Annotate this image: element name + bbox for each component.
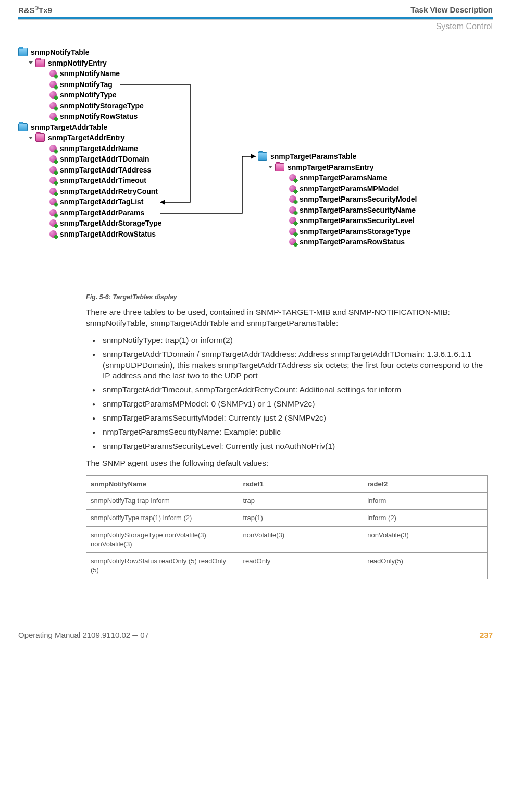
tree-label: snmpNotifyTable [31, 48, 90, 56]
tree-node-snmpTargetAddrRetryCount: snmpTargetAddrRetryCount [18, 186, 162, 197]
folder-pink-icon [35, 59, 45, 67]
tree-label: snmpTargetAddrRetryCount [60, 187, 158, 195]
tree-node-snmpTargetParamsSecurityModel: snmpTargetParamsSecurityModel [258, 194, 417, 205]
table-cell: readOnly(5) [363, 552, 488, 579]
tree-label: snmpTargetParamsEntry [288, 163, 373, 171]
folder-blue-icon [18, 123, 28, 131]
doc-subheader: System Control [18, 22, 493, 31]
table-cell: snmpNotifyTag trap inform [86, 493, 239, 510]
tree-node-snmpTargetParamsRowStatus: snmpTargetParamsRowStatus [258, 237, 417, 248]
folder-pink-icon [275, 163, 284, 171]
table-cell: snmpNotifyType trap(1) inform (2) [86, 510, 239, 527]
leaf-icon [49, 219, 57, 227]
leaf-icon [289, 228, 296, 235]
tree-label: snmpNotifyEntry [48, 59, 107, 67]
bullet-list: snmpNotifyType: trap(1) or inform(2)snmp… [86, 335, 488, 452]
leaf-icon [49, 145, 57, 152]
tree-label: snmpTargetAddrTAddress [60, 166, 151, 174]
tree-node-snmpTargetAddrTagList: snmpTargetAddrTagList [18, 196, 162, 207]
tree-label: snmpTargetAddrStorageType [60, 219, 162, 227]
bullet-item: snmpTargetAddrTimeout, snmpTargetAddrRet… [86, 385, 488, 396]
expander-icon [29, 61, 33, 64]
doc-header-left: R&S®Tx9 [18, 5, 52, 15]
table-row: snmpNotifyTag trap informtrapinform [86, 493, 488, 510]
leaf-icon [49, 81, 57, 88]
bullet-item: snmpNotifyType: trap(1) or inform(2) [86, 335, 488, 346]
tree-label: snmpNotifyRowStatus [60, 112, 138, 120]
table-cell: inform (2) [363, 510, 488, 527]
leaf-icon [49, 177, 57, 184]
tree-label: snmpTargetAddrTagList [60, 198, 144, 206]
tree-node-snmpTargetParamsStorageType: snmpTargetParamsStorageType [258, 226, 417, 237]
intro-paragraph: There are three tables to be used, conta… [86, 307, 488, 329]
expander-icon [268, 166, 272, 168]
leaf-icon [49, 102, 57, 109]
leaf-icon [49, 209, 57, 216]
folder-blue-icon [258, 152, 267, 161]
tree-node-snmpTargetAddrStorageType: snmpTargetAddrStorageType [18, 218, 162, 229]
folder-pink-icon [35, 133, 45, 142]
tree-label: snmpTargetParamsSecurityName [300, 206, 416, 214]
leaf-icon [49, 113, 57, 120]
tree-node-snmpNotifyType: snmpNotifyType [18, 90, 162, 101]
tree-label: snmpTargetAddrTable [31, 123, 107, 131]
leaf-icon [49, 70, 57, 77]
table-header: rsdef2 [363, 475, 488, 493]
table-row: snmpNotifyType trap(1) inform (2)trap(1)… [86, 510, 488, 527]
tree-label: snmpTargetParamsStorageType [300, 227, 410, 236]
leaf-icon [49, 230, 57, 238]
tree-label: snmpTargetAddrRowStatus [60, 230, 156, 238]
defaults-table: snmpNotifyNamersdef1rsdef2 snmpNotifyTag… [86, 475, 488, 579]
tree-node-snmpTargetAddrRowStatus: snmpTargetAddrRowStatus [18, 229, 162, 240]
tree-node-snmpNotifyStorageType: snmpNotifyStorageType [18, 101, 162, 112]
page-number: 237 [480, 631, 493, 639]
leaf-icon [49, 198, 57, 205]
mib-tree-diagram: snmpNotifyTablesnmpNotifyEntrysnmpNotify… [18, 47, 493, 287]
table-cell: snmpNotifyRowStatus readOnly (5) readOnl… [86, 552, 239, 579]
tree-node-snmpTargetParamsSecurityName: snmpTargetParamsSecurityName [258, 205, 417, 216]
tree-node-snmpTargetAddrTable: snmpTargetAddrTable [18, 122, 162, 133]
leaf-icon [289, 174, 296, 181]
tree-node-snmpTargetParamsEntry: snmpTargetParamsEntry [258, 162, 417, 173]
tree-label: snmpTargetParamsSecurityModel [300, 195, 417, 203]
tree-node-snmpNotifyName: snmpNotifyName [18, 68, 162, 79]
tree-label: snmpNotifyTag [60, 80, 113, 89]
leaf-icon [49, 188, 57, 195]
leaf-icon [289, 206, 296, 214]
bullet-item: snmpTargetAddrTDomain / snmpTargetAddrTA… [86, 349, 488, 382]
bullet-item: snmpTargetParamsSecurityLevel: Currently… [86, 441, 488, 452]
leaf-icon [289, 195, 296, 203]
table-row: snmpNotifyStorageType nonVolatile(3) non… [86, 526, 488, 552]
tree-label: snmpTargetAddrTimeout [60, 176, 146, 184]
table-cell: snmpNotifyStorageType nonVolatile(3) non… [86, 526, 239, 552]
folder-blue-icon [18, 48, 28, 56]
tree-node-snmpTargetParamsMPModel: snmpTargetParamsMPModel [258, 183, 417, 194]
tree-node-snmpTargetAddrName: snmpTargetAddrName [18, 143, 162, 154]
leaf-icon [289, 185, 296, 192]
leaf-icon [289, 238, 296, 245]
table-cell: nonVolatile(3) [363, 526, 488, 552]
table-cell: inform [363, 493, 488, 510]
figure-caption: Fig. 5-6: TargetTables display [86, 293, 488, 302]
tree-node-snmpTargetParamsTable: snmpTargetParamsTable [258, 151, 417, 162]
tree-label: snmpTargetAddrParams [60, 208, 144, 217]
tree-node-snmpTargetAddrTimeout: snmpTargetAddrTimeout [18, 175, 162, 186]
leaf-icon [49, 166, 57, 174]
tree-node-snmpTargetAddrTDomain: snmpTargetAddrTDomain [18, 154, 162, 165]
tree-label: snmpTargetParamsTable [270, 152, 356, 161]
tree-label: snmpTargetParamsName [300, 174, 387, 182]
tree-label: snmpNotifyName [60, 69, 120, 78]
table-header: rsdef1 [239, 475, 363, 493]
table-cell: trap(1) [239, 510, 363, 527]
leaf-icon [49, 91, 57, 99]
bullet-item: snmpTargetParamsMPModel: 0 (SNMPv1) or 1… [86, 399, 488, 410]
table-cell: readOnly [239, 552, 363, 579]
bullet-item: nmpTargetParamsSecurityName: Example: pu… [86, 427, 488, 438]
tree-label: snmpNotifyType [60, 91, 117, 99]
leaf-icon [49, 155, 57, 163]
tree-node-snmpTargetAddrParams: snmpTargetAddrParams [18, 207, 162, 218]
tree-node-snmpTargetAddrEntry: snmpTargetAddrEntry [18, 132, 162, 143]
tree-label: snmpTargetParamsMPModel [300, 184, 399, 193]
table-header: snmpNotifyName [86, 475, 239, 493]
table-cell: nonVolatile(3) [239, 526, 363, 552]
